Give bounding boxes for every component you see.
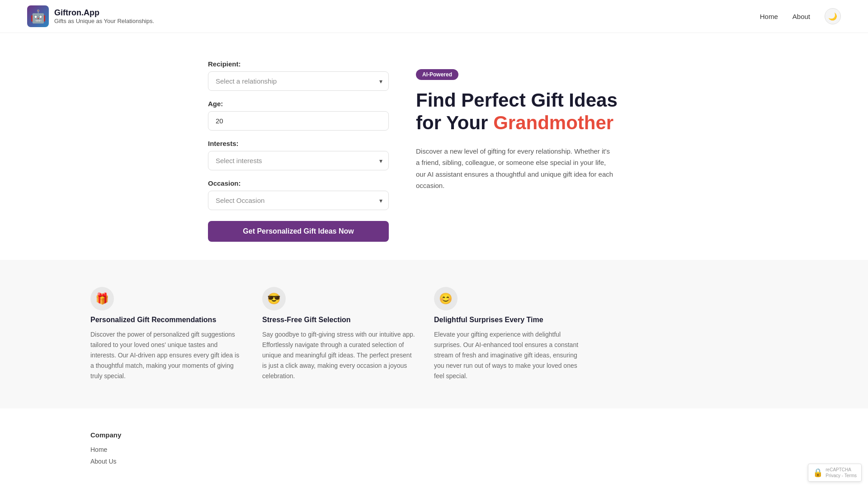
feature-card-0: 🎁 Personalized Gift Recommendations Disc…	[90, 287, 244, 381]
recaptcha-icon: 🔒	[813, 468, 823, 478]
dark-mode-toggle[interactable]: 🌙	[825, 8, 841, 24]
footer-company-title: Company	[90, 431, 841, 439]
footer-link-home[interactable]: Home	[90, 446, 841, 453]
feature-title-1: Stress-Free Gift Selection	[262, 316, 416, 324]
interests-select-wrapper: Select interests ▾	[208, 151, 389, 170]
brand-text: Giftron.App Gifts as Unique as Your Rela…	[54, 8, 154, 24]
recipient-group: Recipient: Select a relationship ▾	[208, 60, 389, 91]
form-panel: Recipient: Select a relationship ▾ Age: …	[208, 60, 389, 242]
hero-title-line1: Find Perfect Gift Ideas	[416, 89, 618, 111]
nav-about[interactable]: About	[793, 13, 810, 20]
feature-card-2: 😊 Delightful Surprises Every Time Elevat…	[434, 287, 588, 381]
recaptcha-badge: 🔒 reCAPTCHAPrivacy - Terms	[808, 464, 862, 482]
moon-icon: 🌙	[828, 12, 837, 21]
feature-desc-0: Discover the power of personalized gift …	[90, 329, 244, 381]
interests-group: Interests: Select interests ▾	[208, 140, 389, 170]
feature-title-0: Personalized Gift Recommendations	[90, 316, 244, 324]
navbar: 🤖 Giftron.App Gifts as Unique as Your Re…	[0, 0, 868, 33]
recipient-select-wrapper: Select a relationship ▾	[208, 71, 389, 91]
recipient-select[interactable]: Select a relationship	[208, 71, 389, 91]
recaptcha-text: reCAPTCHAPrivacy - Terms	[826, 467, 857, 479]
age-input[interactable]	[208, 111, 389, 131]
nav-home[interactable]: Home	[760, 13, 778, 20]
age-label: Age:	[208, 100, 389, 108]
features-section: 🎁 Personalized Gift Recommendations Disc…	[0, 260, 868, 408]
hero-title: Find Perfect Gift Ideas for Your Grandmo…	[416, 89, 723, 135]
hero-title-line2-prefix: for Your	[416, 112, 493, 133]
cta-button[interactable]: Get Personalized Gift Ideas Now	[208, 221, 389, 242]
brand-logo-icon: 🤖	[27, 5, 49, 27]
occasion-label: Occasion:	[208, 179, 389, 187]
occasion-select[interactable]: Select Occasion	[208, 191, 389, 210]
nav-links: Home About 🌙	[760, 8, 841, 24]
feature-title-2: Delightful Surprises Every Time	[434, 316, 588, 324]
cool-face-icon: 😎	[262, 287, 286, 310]
interests-select[interactable]: Select interests	[208, 151, 389, 170]
feature-desc-2: Elevate your gifting experience with del…	[434, 329, 588, 381]
footer: Company Home About Us	[0, 408, 868, 488]
feature-desc-1: Say goodbye to gift-giving stress with o…	[262, 329, 416, 381]
hero-description: Discover a new level of gifting for ever…	[416, 145, 615, 192]
hero-title-accent: Grandmother	[493, 112, 613, 133]
main-content: Recipient: Select a relationship ▾ Age: …	[118, 33, 750, 260]
brand-name: Giftron.App	[54, 8, 154, 18]
recipient-label: Recipient:	[208, 60, 389, 68]
gift-icon: 🎁	[90, 287, 114, 310]
brand-tagline: Gifts as Unique as Your Relationships.	[54, 18, 154, 24]
age-group: Age:	[208, 100, 389, 131]
brand: 🤖 Giftron.App Gifts as Unique as Your Re…	[27, 5, 154, 27]
footer-link-about[interactable]: About Us	[90, 458, 841, 465]
occasion-group: Occasion: Select Occasion ▾	[208, 179, 389, 210]
features-grid: 🎁 Personalized Gift Recommendations Disc…	[90, 287, 588, 381]
feature-card-1: 😎 Stress-Free Gift Selection Say goodbye…	[262, 287, 416, 381]
interests-label: Interests:	[208, 140, 389, 147]
ai-powered-badge: AI-Powered	[416, 69, 458, 80]
occasion-select-wrapper: Select Occasion ▾	[208, 191, 389, 210]
hero-panel: AI-Powered Find Perfect Gift Ideas for Y…	[416, 60, 723, 242]
happy-face-icon: 😊	[434, 287, 458, 310]
